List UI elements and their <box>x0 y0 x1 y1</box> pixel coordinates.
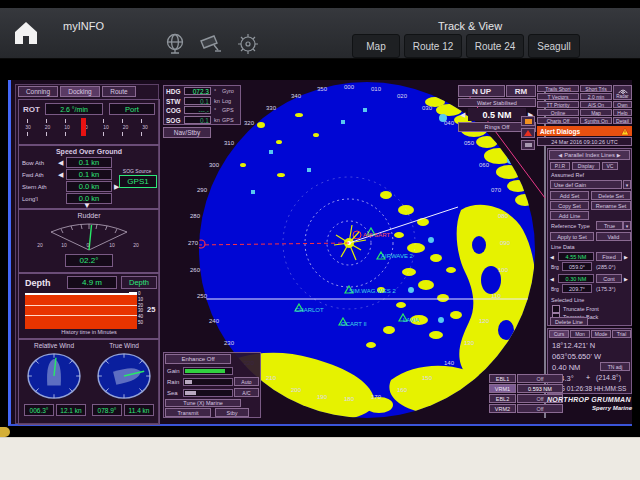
sog-source-value[interactable]: GPS1 <box>119 175 157 188</box>
tab-route-12[interactable]: Route 12 <box>404 34 462 58</box>
home-button[interactable] <box>12 20 40 46</box>
conning-tab-docking[interactable]: Docking <box>60 86 100 97</box>
relative-wind-dial <box>24 351 84 401</box>
alert-bar[interactable]: Alert Dialogs <box>537 126 632 136</box>
menu-item[interactable]: Online <box>537 109 579 116</box>
tools-button[interactable] <box>521 140 535 150</box>
pi-header[interactable]: Parallel Index Lines <box>549 150 630 160</box>
menu-item[interactable]: Charts Off <box>537 117 579 124</box>
range-decrease-button[interactable] <box>460 111 465 118</box>
rot-indicator <box>81 118 86 136</box>
cursor-tab-curs[interactable]: Curs <box>549 330 569 338</box>
alarm-button[interactable] <box>521 128 535 138</box>
gain-label: Gain <box>167 368 180 375</box>
menu-value[interactable]: AIS On <box>580 101 612 108</box>
menu-value[interactable]: Short Trls <box>580 85 612 92</box>
menu-item[interactable]: TT Priority <box>537 101 579 108</box>
tn-adjust-button[interactable]: TN adj <box>600 362 630 371</box>
cursor-tab-trial[interactable]: Trial <box>612 330 631 338</box>
brilliance-button[interactable] <box>521 116 535 126</box>
rename-set-button[interactable]: Rename Set <box>591 201 631 210</box>
assumed-ref-select[interactable]: Use def Gain <box>550 180 622 189</box>
menu-item[interactable]: Trails Short <box>537 85 579 92</box>
truncate-front-checkbox[interactable]: Truncate Front <box>552 305 599 313</box>
arrow-left-icon[interactable] <box>58 159 63 166</box>
line1-mode[interactable]: Fixed <box>596 252 622 261</box>
line1-range: 4.55 NM <box>558 252 594 261</box>
transmit-button[interactable]: Transmit <box>165 408 211 417</box>
add-line-button[interactable]: Add Line <box>550 211 589 220</box>
depth-axis-label: 30 <box>138 308 143 313</box>
rot-section: ROT 2.6 °/min Port 3020100102030 <box>18 99 160 145</box>
edge-tab[interactable] <box>0 427 10 437</box>
menu-side-help[interactable]: Help <box>613 109 632 116</box>
assumed-ref-dropdown-icon[interactable] <box>623 180 631 189</box>
line1-next-icon[interactable] <box>624 254 628 261</box>
cursor-tab-mode[interactable]: Mode <box>591 330 611 338</box>
reference-type-dropdown-icon[interactable] <box>623 221 631 230</box>
delete-set-button[interactable]: Delete Set <box>591 191 631 200</box>
gain-slider[interactable] <box>183 367 233 375</box>
nav-stby-button[interactable]: Nav/Stby <box>163 127 211 138</box>
rudder-scale-label: 10 <box>105 242 119 248</box>
rain-auto-button[interactable]: Auto <box>234 377 259 386</box>
apply-to-set-button[interactable]: Apply to Set <box>550 232 594 241</box>
standby-button[interactable]: Stby <box>215 408 249 417</box>
sea-ac-button[interactable]: A/C <box>234 388 259 397</box>
arrow-down-icon[interactable] <box>83 202 91 209</box>
stabilisation-mode[interactable]: Water Stabilised <box>458 98 536 107</box>
menu-value[interactable]: 2.0 min <box>580 93 612 100</box>
line2-mode[interactable]: Cont <box>596 274 622 283</box>
tab-map[interactable]: Map <box>352 34 400 58</box>
depth-label: Depth <box>25 278 51 288</box>
true-wind-speed: 11.4 kn <box>124 404 154 416</box>
line2-prev-icon[interactable] <box>550 276 554 283</box>
cursor-latitude: 18°12.421' N <box>552 341 595 350</box>
copy-set-button[interactable]: Copy Set <box>550 201 589 210</box>
add-set-button[interactable]: Add Set <box>550 191 589 200</box>
tab-route-24[interactable]: Route 24 <box>466 34 524 58</box>
valid-select[interactable]: Valid <box>596 232 631 241</box>
line2-next-icon[interactable] <box>624 276 628 283</box>
ebl-vrm-label[interactable]: VRM2 <box>489 404 516 413</box>
helm-wheel-icon[interactable] <box>236 32 260 60</box>
conning-tab-route[interactable]: Route <box>102 86 136 97</box>
sea-slider[interactable] <box>183 389 233 397</box>
panel-prev-icon[interactable] <box>558 152 562 158</box>
rot-side: Port <box>109 103 155 115</box>
rot-scale-labels: 3020100102030 <box>19 124 159 131</box>
menu-value[interactable]: Map <box>580 109 612 116</box>
arrow-left-icon[interactable] <box>58 171 63 178</box>
camera-icon[interactable] <box>199 32 223 60</box>
enhance-block: Enhance Off Gain Rain Auto Sea A/C Tune … <box>163 352 261 418</box>
rain-slider[interactable] <box>183 378 233 386</box>
pi-mode-display[interactable]: Display <box>572 162 600 170</box>
menu-side-detail[interactable]: Detail <box>613 117 632 124</box>
delete-line-button[interactable]: Delete Line <box>550 317 588 326</box>
ebl-vrm-label[interactable]: EBL2 <box>489 394 516 403</box>
range-value: 0.5 NM <box>468 108 526 121</box>
pi-mode-pir[interactable]: P.I.R <box>550 162 570 170</box>
enhance-button[interactable]: Enhance Off <box>165 354 231 364</box>
reference-type-select[interactable]: True <box>596 221 623 230</box>
ebl-vrm-label[interactable]: VRM1 <box>489 384 516 393</box>
ebl-vrm-label[interactable]: EBL1 <box>489 374 516 383</box>
depth-axis-label: 40 <box>138 314 143 319</box>
rot-scale-label: 30 <box>21 124 35 130</box>
menu-item[interactable]: T Vectors <box>537 93 579 100</box>
orientation-mode[interactable]: N UP <box>458 85 505 97</box>
tab-seagull[interactable]: Seagull <box>528 34 580 58</box>
nav-label: STW <box>166 98 180 105</box>
conning-tab-conning[interactable]: Conning <box>18 86 58 97</box>
menu-side-own[interactable]: Own <box>613 101 632 108</box>
depth-button[interactable]: Depth <box>121 276 157 289</box>
eraser-icon <box>525 143 532 147</box>
panel-next-icon[interactable] <box>617 152 621 158</box>
header-bar: myINFO Track & View Map Route 12 Route 2… <box>0 8 640 59</box>
pi-mode-vc[interactable]: VC <box>602 162 618 170</box>
cursor-tab-mon[interactable]: Mon <box>570 330 590 338</box>
menu-value[interactable]: Synths On <box>580 117 612 124</box>
motion-mode[interactable]: RM <box>506 85 536 97</box>
line1-prev-icon[interactable] <box>550 254 554 261</box>
globe-icon[interactable] <box>164 32 186 60</box>
